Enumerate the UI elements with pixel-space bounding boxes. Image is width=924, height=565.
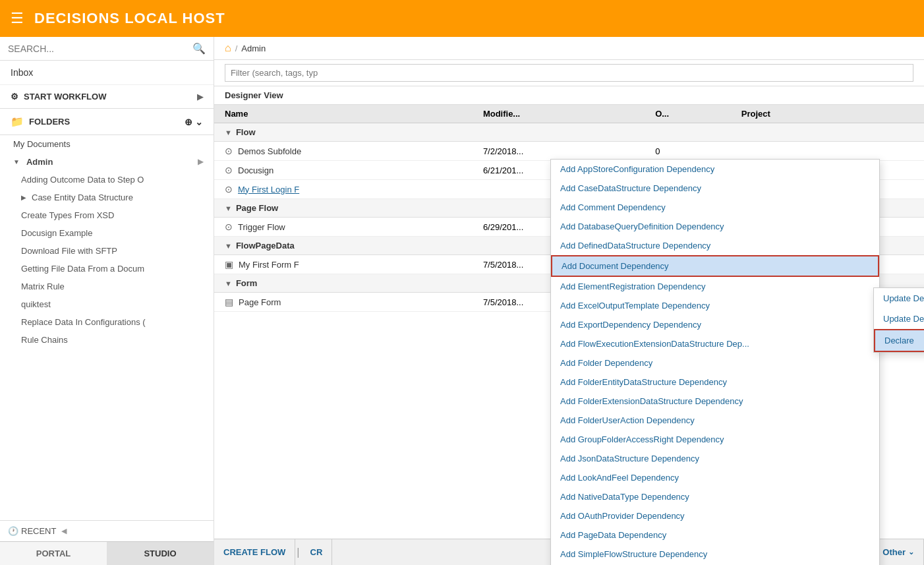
sidebar-item-case-entity[interactable]: ▶ Case Entity Data Structure [0, 189, 214, 206]
plus-icon[interactable]: ⊕ ⌄ [185, 117, 203, 127]
sidebar-item-adding-outcome[interactable]: Adding Outcome Data to Step O [0, 171, 214, 189]
portal-button[interactable]: PORTAL [0, 542, 107, 565]
menu-icon[interactable]: ☰ [11, 10, 24, 27]
flowpagedata-expand-icon: ▼ [225, 242, 232, 250]
folders-label: FOLDERS [29, 117, 70, 127]
filter-bar [214, 60, 924, 86]
designer-view-label: Designer View [225, 90, 283, 100]
breadcrumb-separator: / [235, 44, 238, 53]
search-bar: 🔍 [0, 37, 214, 61]
dropdown-item[interactable]: Add LookAndFeel Dependency [551, 468, 879, 487]
table-row[interactable]: ⊙ Demos Subfolde 7/2/2018... 0 [214, 142, 924, 161]
section-form-label: Form [236, 278, 258, 288]
recent-item[interactable]: 🕐 RECENT ◀ [8, 526, 67, 536]
recent-chevron-icon: ◀ [61, 527, 67, 535]
dropdown-item[interactable]: Add DatabaseQueryDefinition Dependency [551, 217, 879, 236]
search-icon: 🔍 [192, 42, 206, 55]
flow-expand-icon: ▼ [225, 129, 232, 136]
section-flowpagedata-label: FlowPageData [236, 241, 295, 251]
search-input[interactable] [8, 44, 187, 54]
section-flow-label: Flow [236, 127, 256, 137]
folders-header: 📁 FOLDERS ⊕ ⌄ [0, 109, 214, 135]
context-declare[interactable]: Declare ▶ [874, 329, 924, 352]
sidebar-item-matrix-rule[interactable]: Matrix Rule [0, 278, 214, 295]
start-workflow[interactable]: ⚙ START WORKFLOW ▶ [0, 85, 214, 109]
dropdown-menu: Add AppStoreConfiguration Dependency Add… [550, 159, 880, 565]
my-first-login-link[interactable]: My First Login F [238, 185, 299, 194]
inbox-label: Inbox [11, 67, 33, 78]
main-panel: ⌂ / Admin Designer View Name Modifie... … [214, 37, 924, 565]
dropdown-item[interactable]: Add CaseDataStructure Dependency [551, 179, 879, 198]
col-header-project: Project [741, 109, 913, 119]
dropdown-item[interactable]: Add FolderExtensionDataStructure Depende… [551, 392, 879, 411]
breadcrumb: ⌂ / Admin [214, 37, 924, 60]
dropdown-item[interactable]: Add FolderUserAction Dependency [551, 411, 879, 430]
context-menu: Update Dependencies Update Dependencies … [873, 287, 924, 353]
studio-button[interactable]: STUDIO [107, 542, 214, 565]
sidebar-item-rule-chains[interactable]: Rule Chains [0, 331, 214, 349]
workflow-icon: ⚙ [11, 92, 18, 102]
sidebar-item-docusign-example[interactable]: Docusign Example [0, 224, 214, 242]
cr-button[interactable]: CR [301, 539, 333, 565]
col-header-name: Name [225, 109, 483, 119]
flow-icon: ⊙ [225, 184, 233, 194]
flow-icon: ⊙ [225, 165, 233, 175]
dropdown-item[interactable]: Add ExportDependency Dependency [551, 315, 879, 334]
context-update-deps-all[interactable]: Update Dependencies [All Objects] [874, 309, 924, 329]
inbox-item[interactable]: Inbox [0, 61, 214, 85]
sidebar-item-download-file[interactable]: Download File with SFTP [0, 242, 214, 260]
dropdown-item[interactable]: Add PageData Dependency [551, 525, 879, 545]
context-update-deps[interactable]: Update Dependencies [874, 288, 924, 309]
col-header-modified: Modifie... [483, 109, 655, 119]
sidebar-tree: My Documents ▼ Admin ▶ Adding Outcome Da… [0, 135, 214, 520]
left-sidebar: 🔍 Inbox ⚙ START WORKFLOW ▶ 📁 FOLDERS ⊕ ⌄… [0, 37, 214, 565]
designer-view-tab[interactable]: Designer View [214, 86, 924, 105]
dropdown-item[interactable]: Add AppStoreConfiguration Dependency [551, 160, 879, 179]
dropdown-item[interactable]: Add OAuthProvider Dependency [551, 506, 879, 525]
app-title: DECISIONS LOCAL HOST [34, 10, 225, 27]
sidebar-item-create-types[interactable]: Create Types From XSD [0, 206, 214, 224]
main-layout: 🔍 Inbox ⚙ START WORKFLOW ▶ 📁 FOLDERS ⊕ ⌄… [0, 37, 924, 565]
dropdown-item[interactable]: Add FlowExecutionExtensionDataStructure … [551, 334, 879, 353]
folder-icon: 📁 [11, 115, 24, 128]
col-header-o: O... [655, 109, 741, 119]
table-header: Name Modifie... O... Project [214, 105, 924, 123]
create-flow-button[interactable]: CREATE FLOW [214, 539, 295, 565]
sidebar-item-replace-data[interactable]: Replace Data In Configurations ( [0, 313, 214, 331]
recent-bar: 🕐 RECENT ◀ [0, 520, 214, 541]
dropdown-item[interactable]: Add SimpleFlowStructure Dependency [551, 545, 879, 564]
filter-input[interactable] [225, 64, 913, 82]
flow-icon: ⊙ [225, 146, 233, 156]
sidebar-item-admin[interactable]: ▼ Admin ▶ [0, 153, 214, 171]
form-expand-icon: ▼ [225, 280, 232, 287]
dropdown-item[interactable]: Add ElementRegistration Dependency [551, 277, 879, 296]
flow-icon: ⊙ [225, 222, 233, 232]
chevron-right-icon: ▶ [197, 92, 203, 102]
page-flow-expand-icon: ▼ [225, 204, 232, 212]
case-entity-arrow-icon: ▶ [21, 194, 26, 201]
home-icon[interactable]: ⌂ [225, 42, 231, 54]
dropdown-item[interactable]: Add JsonDataStructure Dependency [551, 449, 879, 468]
header: ☰ DECISIONS LOCAL HOST [0, 0, 924, 37]
dropdown-item[interactable]: Add ExcelOutputTemplate Dependency [551, 296, 879, 315]
declare-label: Declare [884, 336, 914, 345]
section-flow[interactable]: ▼ Flow [214, 123, 924, 142]
other-button[interactable]: Other ⌄ [873, 539, 924, 565]
dropdown-item[interactable]: Add FolderEntityDataStructure Dependency [551, 372, 879, 392]
dropdown-item-add-document[interactable]: Add Document Dependency [551, 255, 879, 277]
portal-studio-bar: PORTAL STUDIO [0, 541, 214, 565]
breadcrumb-admin[interactable]: Admin [241, 44, 266, 53]
recent-label: RECENT [21, 526, 56, 536]
sidebar-item-getting-file[interactable]: Getting File Data From a Docum [0, 260, 214, 278]
dropdown-item[interactable]: Add NativeDataType Dependency [551, 487, 879, 506]
dropdown-item[interactable]: Add GroupFolderAccessRight Dependency [551, 430, 879, 449]
toolbar-sep-1: | [295, 547, 301, 558]
start-workflow-label: START WORKFLOW [24, 92, 106, 102]
chevron-right-admin-icon: ▶ [198, 158, 203, 166]
sidebar-item-quiktest[interactable]: quiktest [0, 295, 214, 313]
dropdown-item[interactable]: Add DefinedDataStructure Dependency [551, 236, 879, 255]
dropdown-item[interactable]: Add Folder Dependency [551, 353, 879, 372]
sidebar-item-my-documents[interactable]: My Documents [0, 135, 214, 153]
section-page-flow-label: Page Flow [236, 203, 278, 213]
dropdown-item[interactable]: Add Comment Dependency [551, 198, 879, 217]
